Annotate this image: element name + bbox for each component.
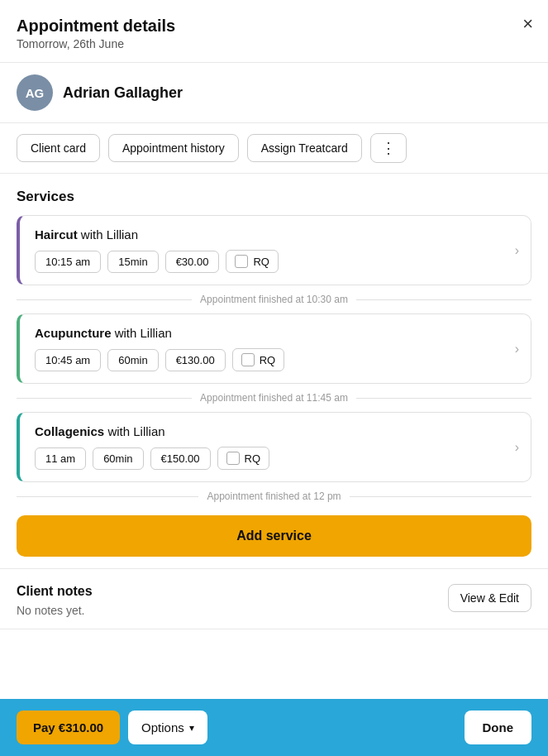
service-name-haircut: Haircut with Lillian xyxy=(35,227,519,242)
page-subtitle: Tomorrow, 26th June xyxy=(17,37,531,50)
service-rq-acupuncture[interactable]: RQ xyxy=(232,348,285,371)
service-name-acupuncture: Acupuncture with Lillian xyxy=(35,326,519,340)
client-row: AG Adrian Gallagher xyxy=(0,63,548,123)
service-card-collagenics[interactable]: Collagenics with Lillian 11 am 60min €15… xyxy=(17,412,531,482)
options-button[interactable]: Options ▾ xyxy=(128,711,207,744)
service-details-acupuncture: 10:45 am 60min €130.00 RQ xyxy=(35,348,519,371)
bottom-bar-left: Pay €310.00 Options ▾ xyxy=(17,711,207,744)
client-notes-section: Client notes No notes yet. View & Edit xyxy=(0,568,548,629)
service-duration-haircut: 15min xyxy=(107,251,158,273)
chevron-down-icon: ▾ xyxy=(189,722,194,734)
add-service-button[interactable]: Add service xyxy=(17,515,531,557)
notes-title: Client notes xyxy=(17,584,93,599)
header: Appointment details Tomorrow, 26th June … xyxy=(0,0,548,63)
service-price-acupuncture: €130.00 xyxy=(165,349,226,371)
service-card-acupuncture[interactable]: Acupuncture with Lillian 10:45 am 60min … xyxy=(17,313,531,384)
separator-acupuncture: Appointment finished at 11:45 am xyxy=(17,384,531,412)
client-name: Adrian Gallagher xyxy=(63,84,183,102)
notes-text: No notes yet. xyxy=(17,604,93,617)
service-price-collagenics: €150.00 xyxy=(150,447,211,470)
separator-collagenics: Appointment finished at 12 pm xyxy=(17,482,531,510)
assign-treatcard-button[interactable]: Assign Treatcard xyxy=(247,134,362,162)
bottom-bar: Pay €310.00 Options ▾ Done xyxy=(0,699,548,756)
rq-checkbox-acupuncture[interactable] xyxy=(241,353,255,366)
action-buttons-row: Client card Appointment history Assign T… xyxy=(0,123,548,174)
service-details-collagenics: 11 am 60min €150.00 RQ xyxy=(35,447,519,470)
service-duration-collagenics: 60min xyxy=(93,447,143,470)
service-rq-collagenics[interactable]: RQ xyxy=(217,447,270,470)
service-time-collagenics: 11 am xyxy=(35,447,86,470)
service-rq-haircut[interactable]: RQ xyxy=(226,250,279,273)
service-price-haircut: €30.00 xyxy=(165,251,220,273)
service-name-collagenics: Collagenics with Lillian xyxy=(35,424,519,438)
pay-button[interactable]: Pay €310.00 xyxy=(17,711,120,744)
done-button[interactable]: Done xyxy=(465,711,532,744)
service-duration-acupuncture: 60min xyxy=(107,349,158,371)
avatar: AG xyxy=(17,74,53,111)
appointment-history-button[interactable]: Appointment history xyxy=(108,134,239,162)
service-details-haircut: 10:15 am 15min €30.00 RQ xyxy=(35,250,519,273)
more-options-button[interactable]: ⋮ xyxy=(370,133,407,163)
notes-left: Client notes No notes yet. xyxy=(17,584,93,617)
service-time-haircut: 10:15 am xyxy=(35,251,101,273)
services-title: Services xyxy=(17,189,531,205)
service-time-acupuncture: 10:45 am xyxy=(35,349,101,371)
chevron-right-icon-acupuncture: › xyxy=(515,342,519,356)
separator-haircut: Appointment finished at 10:30 am xyxy=(17,285,531,313)
rq-checkbox-haircut[interactable] xyxy=(235,255,248,268)
page-title: Appointment details xyxy=(17,17,531,36)
chevron-right-icon-haircut: › xyxy=(515,243,519,258)
rq-checkbox-collagenics[interactable] xyxy=(226,452,240,465)
view-edit-button[interactable]: View & Edit xyxy=(448,584,531,612)
close-button[interactable]: × xyxy=(522,15,533,33)
client-card-button[interactable]: Client card xyxy=(17,134,100,162)
services-section: Services Haircut with Lillian 10:15 am 1… xyxy=(0,174,548,568)
chevron-right-icon-collagenics: › xyxy=(515,440,519,455)
service-card-haircut[interactable]: Haircut with Lillian 10:15 am 15min €30.… xyxy=(17,215,531,285)
